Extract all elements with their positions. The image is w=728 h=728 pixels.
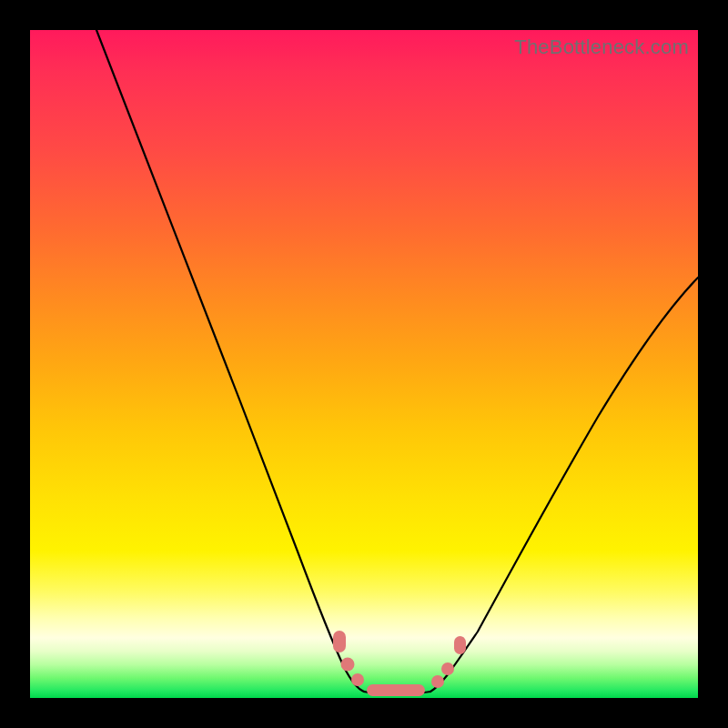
marker-left-low <box>351 673 364 686</box>
plot-area: TheBottleneck.com <box>30 30 698 698</box>
marker-left-mid <box>341 658 355 672</box>
marker-right-upper <box>454 636 466 654</box>
marker-right-mid <box>441 662 454 675</box>
marker-right-low <box>431 675 444 688</box>
curve-left-branch <box>96 30 364 692</box>
chart-frame: TheBottleneck.com <box>0 0 728 728</box>
curve-right-branch <box>430 278 698 692</box>
marker-left-upper <box>333 631 346 652</box>
curve-layer <box>30 30 698 698</box>
marker-center-pill <box>367 684 425 696</box>
